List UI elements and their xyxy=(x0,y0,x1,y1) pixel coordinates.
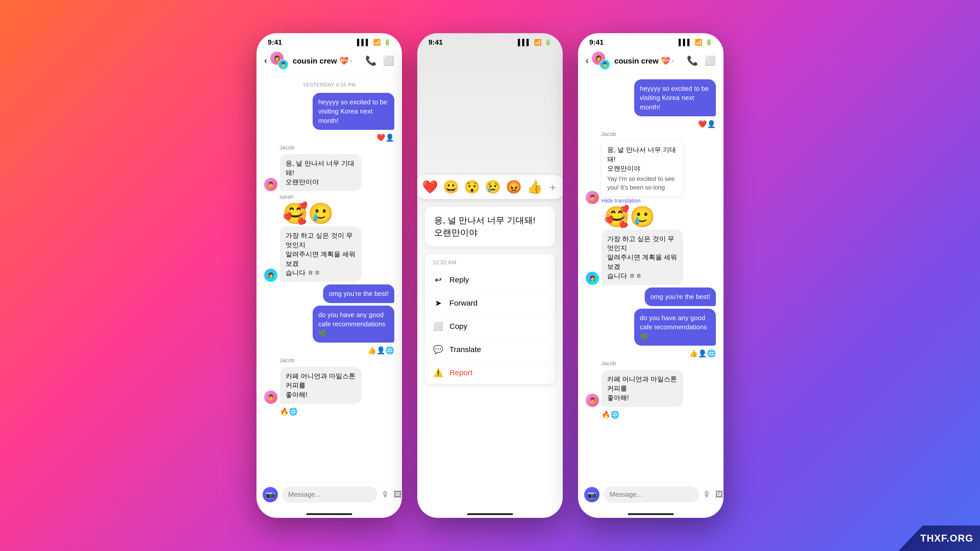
copy-icon: ⬜ xyxy=(433,321,443,331)
table-row: 🥰🥲 xyxy=(586,206,716,227)
back-button-left[interactable]: ‹ xyxy=(264,56,267,66)
nav-bar-right: ‹ 👩 👨 cousin crew 💝 › 📞 ⬜ xyxy=(578,49,724,74)
sender-label: Jacob xyxy=(586,131,716,138)
message-bubble[interactable]: heyyyy so excited to be visiting Korea n… xyxy=(313,93,394,130)
left-phone: 9:41 ▌▌▌ 📶 🔋 ‹ 👩 👨 cousin crew 💝 › 📞 ⬜ Y… xyxy=(256,33,402,518)
image-icon-left[interactable]: 🖼 xyxy=(393,490,402,499)
context-time: 12:22 AM xyxy=(425,254,555,268)
message-bubble[interactable]: omg you're the best! xyxy=(323,284,394,303)
report-icon: ⚠️ xyxy=(433,368,443,378)
report-menu-item[interactable]: ⚠️ Report xyxy=(425,361,555,384)
status-bar-left: 9:41 ▌▌▌ 📶 🔋 xyxy=(256,33,402,49)
home-indicator-left xyxy=(256,510,402,518)
chat-name-left: cousin crew 💝 xyxy=(293,56,348,65)
chat-title-left[interactable]: cousin crew 💝 › xyxy=(293,56,365,65)
translate-menu-item[interactable]: 💬 Translate xyxy=(425,338,555,361)
message-bubble[interactable]: heyyyy so excited to be visiting Korea n… xyxy=(634,79,716,116)
table-row: 👩 가장 하고 싶은 것이 무엇인지알려주시면 계획을 세워보겠습니다 ㅎㅎ xyxy=(586,230,716,285)
status-time-middle: 9:41 xyxy=(428,38,443,46)
translation-text: Yay I'm so excited to see you! It's been… xyxy=(607,175,678,192)
avatar: 👨 xyxy=(586,191,599,204)
emoji-angry[interactable]: 😡 xyxy=(506,179,522,194)
home-indicator-middle xyxy=(417,510,563,518)
watermark: THXF.ORG xyxy=(898,526,980,551)
watermark-text: THXF.ORG xyxy=(905,533,974,544)
reaction-bar: 🔥🌐 xyxy=(586,410,716,419)
image-icon-right[interactable]: 🖼 xyxy=(715,490,723,499)
message-bubble[interactable]: omg you're the best! xyxy=(645,287,716,306)
hide-translation-link[interactable]: Hide translation xyxy=(601,197,683,204)
message-bubble[interactable]: 가장 하고 싶은 것이 무엇인지알려주시면 계획을 세워보겠습니다 ㅎㅎ xyxy=(601,230,683,285)
sender-label: sarah xyxy=(264,194,394,200)
signal-icon-left: ▌▌▌ xyxy=(357,39,370,46)
microphone-icon-left[interactable]: 🎙 xyxy=(381,490,390,499)
message-bubble[interactable]: 응, 널 만나서 너무 기대돼!오랜만이야 xyxy=(280,154,362,191)
home-bar-right xyxy=(628,513,674,515)
selected-message-bubble: 응, 널 만나서 너무 기대돼!오랜만이야 xyxy=(425,206,555,246)
nav-bar-left: ‹ 👩 👨 cousin crew 💝 › 📞 ⬜ xyxy=(256,49,402,74)
message-bubble[interactable]: do you have any good cafe recommendation… xyxy=(313,306,394,343)
reply-menu-item[interactable]: ↩ Reply xyxy=(425,268,555,292)
table-row: 👨 카페 어니언과 마일스톤 커피를좋아해! xyxy=(264,367,394,404)
nav-actions-right: 📞 ⬜ xyxy=(687,56,716,66)
reaction-bar: ❤️👤 xyxy=(264,133,394,142)
message-bubble[interactable]: 카페 어니언과 마일스톤 커피를좋아해! xyxy=(280,367,362,404)
wifi-icon-middle: 📶 xyxy=(534,39,542,46)
reaction-bar: ❤️👤 xyxy=(586,120,716,128)
camera-button-right[interactable]: 📷 xyxy=(584,487,600,502)
chevron-icon-right: › xyxy=(672,57,674,64)
avatar: 👨 xyxy=(264,391,277,404)
copy-menu-item[interactable]: ⬜ Copy xyxy=(425,315,555,338)
middle-phone: 9:41 ▌▌▌ 📶 🔋 ❤️ 😀 😯 😢 😡 👍 ＋ 응, 널 만나서 너무 … xyxy=(417,33,563,518)
emoji-thumbsup[interactable]: 👍 xyxy=(527,179,542,194)
table-row: omg you're the best! xyxy=(586,287,716,306)
message-input-left[interactable] xyxy=(282,486,377,503)
emoji-message: 🥰🥲 xyxy=(604,206,655,227)
sender-label: Jacob xyxy=(264,357,394,364)
messages-area-left: YESTERDAY 4:16 PM heyyyy so excited to b… xyxy=(256,74,402,482)
message-bubble[interactable]: 카페 어니언과 마일스톤 커피를좋아해! xyxy=(601,370,683,407)
avatar: 👨 xyxy=(264,178,277,191)
translate-icon: 💬 xyxy=(433,345,443,354)
battery-icon-right: 🔋 xyxy=(705,39,712,46)
forward-menu-item[interactable]: ➤ Forward xyxy=(425,292,555,315)
status-time-left: 9:41 xyxy=(268,38,282,46)
phone-icon-right[interactable]: 📞 xyxy=(687,56,698,66)
message-bubble[interactable]: do you have any good cafe recommendation… xyxy=(634,309,716,346)
signal-icon-right: ▌▌▌ xyxy=(679,39,692,46)
chat-name-right: cousin crew 💝 xyxy=(614,56,670,65)
table-row: 👨 응, 널 만나서 너무 기대돼!오랜만이야 xyxy=(264,154,394,191)
camera-button-left[interactable]: 📷 xyxy=(262,487,278,502)
message-bubble[interactable]: 응, 널 만나서 너무 기대돼!오랜만이야 Yay I'm so excited… xyxy=(601,141,683,196)
table-row: 👨 카페 어니언과 마일스톤 커피를좋아해! xyxy=(586,370,716,407)
nav-actions-left: 📞 ⬜ xyxy=(365,56,394,66)
messages-area-right: heyyyy so excited to be visiting Korea n… xyxy=(578,74,724,482)
phone-icon-left[interactable]: 📞 xyxy=(365,56,377,66)
sender-label: Jacob xyxy=(264,144,394,151)
emoji-message: 🥰🥲 xyxy=(283,203,334,224)
input-actions-right: 🎙 🖼 😊 ➕ xyxy=(703,490,724,499)
emoji-smile[interactable]: 😀 xyxy=(443,179,459,194)
message-input-right[interactable] xyxy=(604,486,699,503)
selected-message-text: 응, 널 만나서 너무 기대돼!오랜만이야 xyxy=(434,214,546,238)
status-time-right: 9:41 xyxy=(589,38,604,46)
chat-title-right[interactable]: cousin crew 💝 › xyxy=(614,56,687,65)
avatar: 👩 xyxy=(264,268,277,282)
status-icons-right: ▌▌▌ 📶 🔋 xyxy=(679,39,712,46)
table-row: 🥰🥲 xyxy=(264,203,394,224)
emoji-cry[interactable]: 😢 xyxy=(485,179,501,194)
table-row: heyyyy so excited to be visiting Korea n… xyxy=(264,93,394,130)
battery-icon-left: 🔋 xyxy=(384,39,391,46)
video-icon-left[interactable]: ⬜ xyxy=(383,56,394,66)
table-row: do you have any good cafe recommendation… xyxy=(264,306,394,343)
microphone-icon-right[interactable]: 🎙 xyxy=(703,490,711,499)
back-button-right[interactable]: ‹ xyxy=(586,56,589,66)
home-indicator-right xyxy=(578,510,724,518)
battery-icon-middle: 🔋 xyxy=(545,39,552,46)
message-bubble[interactable]: 가장 하고 싶은 것이 무엇인지알려주시면 계획을 세워보겠습니다 ㅎㅎ xyxy=(280,226,362,282)
emoji-more-button[interactable]: ＋ xyxy=(548,180,558,194)
video-icon-right[interactable]: ⬜ xyxy=(704,56,716,66)
emoji-heart[interactable]: ❤️ xyxy=(422,179,438,194)
emoji-surprised[interactable]: 😯 xyxy=(464,179,480,194)
translate-label: Translate xyxy=(449,345,481,354)
